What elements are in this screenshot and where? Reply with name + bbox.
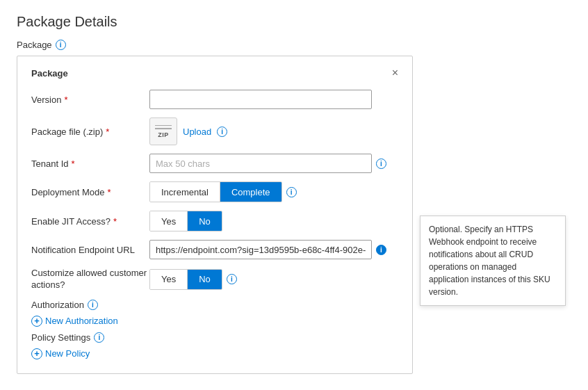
version-control bbox=[149, 90, 398, 109]
package-section-label: Package i bbox=[17, 40, 571, 50]
notification-url-label: Notification Endpoint URL bbox=[31, 245, 149, 255]
card-header: Package × bbox=[31, 67, 398, 79]
jit-yes-button[interactable]: Yes bbox=[150, 211, 188, 231]
policy-info-icon[interactable]: i bbox=[94, 332, 104, 343]
version-input[interactable] bbox=[149, 90, 372, 109]
customize-info-icon[interactable]: i bbox=[227, 274, 237, 284]
deployment-mode-toggle: Incremental Complete bbox=[149, 181, 282, 202]
customize-actions-label: Customize allowed customer actions? bbox=[31, 268, 149, 291]
new-authorization-link[interactable]: + New Authorization bbox=[31, 316, 398, 327]
new-policy-link[interactable]: + New Policy bbox=[31, 348, 398, 359]
deployment-complete-button[interactable]: Complete bbox=[220, 182, 281, 202]
deployment-required: * bbox=[108, 187, 111, 197]
package-file-label: Package file (.zip) * bbox=[31, 127, 149, 137]
jit-required: * bbox=[113, 216, 117, 227]
customize-actions-toggle: Yes No bbox=[149, 269, 222, 290]
authorization-info-icon[interactable]: i bbox=[88, 300, 98, 310]
notification-url-row: Notification Endpoint URL i bbox=[31, 240, 398, 259]
notification-url-control: i bbox=[149, 240, 398, 259]
deployment-mode-label: Deployment Mode * bbox=[31, 187, 149, 197]
package-file-required: * bbox=[106, 127, 109, 137]
authorization-label: Authorization i bbox=[31, 300, 398, 310]
deployment-mode-control: Incremental Complete i bbox=[149, 181, 398, 202]
notification-url-input[interactable] bbox=[149, 240, 372, 259]
tenant-id-row: Tenant Id * i bbox=[31, 154, 398, 173]
jit-access-label: Enable JIT Access? * bbox=[31, 216, 149, 227]
package-card: Package × Version * Package file (.zip) … bbox=[17, 56, 413, 374]
upload-info-icon[interactable]: i bbox=[217, 127, 227, 137]
jit-no-button[interactable]: No bbox=[188, 211, 222, 231]
tenant-id-control: i bbox=[149, 154, 398, 173]
policy-label: Policy Settings i bbox=[31, 332, 398, 343]
package-section-info-icon[interactable]: i bbox=[56, 40, 66, 50]
jit-access-control: Yes No bbox=[149, 211, 398, 231]
tenant-required: * bbox=[72, 159, 75, 169]
notification-info-icon[interactable]: i bbox=[376, 245, 386, 255]
customize-no-button[interactable]: No bbox=[188, 270, 222, 289]
tenant-id-label: Tenant Id * bbox=[31, 159, 149, 169]
package-file-row: Package file (.zip) * ZIP Upload i bbox=[31, 117, 398, 145]
close-button[interactable]: × bbox=[392, 67, 398, 79]
zip-icon: ZIP bbox=[149, 117, 177, 145]
upload-link[interactable]: Upload bbox=[183, 127, 211, 137]
deployment-info-icon[interactable]: i bbox=[286, 187, 297, 197]
customize-actions-control: Yes No i bbox=[149, 269, 398, 290]
tenant-info-icon[interactable]: i bbox=[376, 159, 386, 169]
jit-access-row: Enable JIT Access? * Yes No bbox=[31, 211, 398, 231]
new-policy-plus-icon: + bbox=[31, 348, 42, 359]
policy-section: Policy Settings i + New Policy bbox=[31, 332, 398, 359]
customize-yes-button[interactable]: Yes bbox=[150, 270, 188, 289]
zip-label: ZIP bbox=[158, 131, 169, 138]
new-authorization-plus-icon: + bbox=[31, 316, 42, 327]
zip-upload-area: ZIP Upload i bbox=[149, 117, 227, 145]
page-title: Package Details bbox=[17, 14, 571, 30]
deployment-mode-row: Deployment Mode * Incremental Complete i bbox=[31, 181, 398, 202]
deployment-incremental-button[interactable]: Incremental bbox=[150, 182, 220, 202]
tenant-id-input[interactable] bbox=[149, 154, 372, 173]
authorization-section: Authorization i + New Authorization bbox=[31, 300, 398, 327]
card-title: Package bbox=[31, 68, 68, 79]
version-row: Version * bbox=[31, 90, 398, 109]
version-required: * bbox=[64, 95, 67, 105]
package-file-control: ZIP Upload i bbox=[149, 117, 398, 145]
version-label: Version * bbox=[31, 95, 149, 105]
customize-actions-row: Customize allowed customer actions? Yes … bbox=[31, 268, 398, 291]
jit-access-toggle: Yes No bbox=[149, 211, 222, 231]
notification-tooltip: Optional. Specify an HTTPS Webhook endpo… bbox=[420, 216, 566, 306]
